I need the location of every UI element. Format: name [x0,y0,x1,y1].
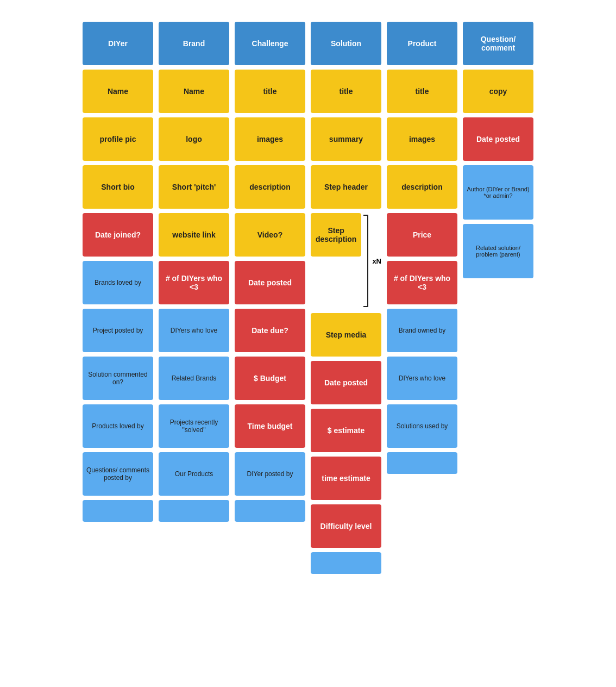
question-header: Question/ comment [463,22,533,65]
diyer-header: DIYer [83,22,153,65]
brand-diyers-count: # of DIYers who <3 [159,261,229,304]
product-diyers-love: DIYers who love [387,357,457,400]
xn-label: xN [371,213,381,309]
column-product: Product title images description Price #… [387,22,457,574]
solution-title: title [311,70,381,113]
solution-header: Solution [311,22,381,65]
challenge-video: Video? [235,213,305,257]
challenge-header: Challenge [235,22,305,65]
brand-our-products: Our Products [159,452,229,496]
diyer-name: Name [83,70,153,113]
column-solution: Solution title summary Step header Step … [311,22,381,574]
column-brand: Brand Name logo Short 'pitch' website li… [159,22,229,574]
solution-bracket-group: Step description xN [311,213,381,309]
brand-related-brands: Related Brands [159,357,229,400]
question-date-posted: Date posted [463,117,533,161]
solution-estimate: $ estimate [311,409,381,452]
challenge-time-budget: Time budget [235,404,305,448]
brand-diyers-love: DIYers who love [159,309,229,352]
challenge-title: title [235,70,305,113]
product-price: Price [387,213,457,257]
solution-difficulty: Difficulty level [311,504,381,548]
product-solutions-used: Solutions used by [387,404,457,448]
solution-date-posted: Date posted [311,361,381,404]
challenge-extra [235,500,305,522]
diyer-extra [83,500,153,522]
question-copy: copy [463,70,533,113]
product-images: images [387,117,457,161]
main-grid: DIYer Name profile pic Short bio Date jo… [11,11,605,585]
solution-bracket-cells: Step description [311,213,361,309]
brand-logo: logo [159,117,229,161]
brand-website-link: website link [159,213,229,257]
challenge-date-due: Date due? [235,309,305,352]
column-question: Question/ comment copy Date posted Autho… [463,22,533,574]
column-diyer: DIYer Name profile pic Short bio Date jo… [83,22,153,574]
diyer-date-joined: Date joined? [83,213,153,257]
product-brand-owned: Brand owned by [387,309,457,352]
solution-step-description: Step description [311,213,361,257]
challenge-diyer-posted: DIYer posted by [235,452,305,496]
challenge-description: description [235,165,305,209]
brand-extra [159,500,229,522]
product-extra [387,452,457,474]
question-author: Author (DIYer or Brand) *or admin? [463,165,533,220]
solution-summary: summary [311,117,381,161]
product-diyers-count: # of DIYers who <3 [387,261,457,304]
diyer-project-posted: Project posted by [83,309,153,352]
challenge-date-posted: Date posted [235,261,305,304]
diyer-solution-commented: Solution commented on? [83,357,153,400]
solution-section: Solution title summary Step header Step … [311,22,381,574]
diyer-questions-posted: Questions/ comments posted by [83,452,153,496]
brand-name: Name [159,70,229,113]
brand-short-pitch: Short 'pitch' [159,165,229,209]
product-title: title [387,70,457,113]
bracket-symbol [362,213,371,309]
question-related-solution: Related solution/ problem (parent) [463,224,533,278]
challenge-budget: $ Budget [235,357,305,400]
challenge-images: images [235,117,305,161]
diyer-brands-loved: Brands loved by [83,261,153,304]
solution-time-estimate: time estimate [311,457,381,500]
diyer-short-bio: Short bio [83,165,153,209]
brand-projects-solved: Projects recently "solved" [159,404,229,448]
product-description: description [387,165,457,209]
product-header: Product [387,22,457,65]
diyer-products-loved: Products loved by [83,404,153,448]
brand-header: Brand [159,22,229,65]
diyer-profile-pic: profile pic [83,117,153,161]
solution-step-media: Step media [311,313,381,357]
solution-extra [311,552,381,574]
column-challenge: Challenge title images description Video… [235,22,305,574]
solution-step-header: Step header [311,165,381,209]
